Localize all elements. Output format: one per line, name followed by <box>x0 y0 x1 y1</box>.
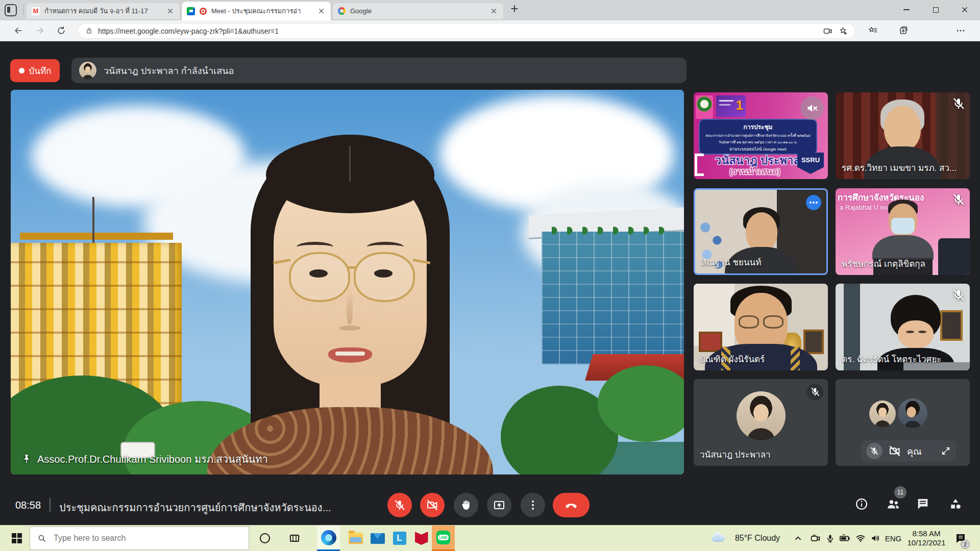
windows-taskbar: L LINE 85°F Cloudy ENG 8:58 AM 10/12/202… <box>0 525 980 551</box>
tile-participant-active[interactable]: สัณฐาน ชยนนท์ <box>694 188 828 275</box>
slide-banner-number: 1 <box>736 97 743 113</box>
campus-glass-building <box>542 232 684 364</box>
face-mask <box>891 218 915 234</box>
search-input[interactable] <box>53 533 228 543</box>
tray-wifi-icon[interactable] <box>853 525 868 551</box>
tab-close-icon[interactable] <box>165 7 175 16</box>
taskbar-explorer-button[interactable] <box>344 525 367 551</box>
notification-count-badge: 2 <box>961 540 970 549</box>
activities-button[interactable] <box>948 497 963 511</box>
more-options-button[interactable] <box>521 493 545 517</box>
url-text[interactable]: https://meet.google.com/eyw-pacg-zrk?pli… <box>98 27 818 35</box>
participant-avatar <box>737 391 786 440</box>
pin-icon <box>21 454 32 465</box>
tab-google[interactable]: Google <box>333 3 503 19</box>
tray-language[interactable]: ENG <box>884 525 903 551</box>
presenting-banner: วนัสนาฎ ประพาลา กำลังนำเสนอ <box>71 58 687 83</box>
start-button[interactable] <box>6 525 28 551</box>
participant-name: รศ.ดร.วิทยา เมฆขา มรภ. สว... <box>842 161 957 174</box>
meeting-info-button[interactable] <box>854 497 869 511</box>
tab-title: กำหนดการ คณบดี วัน จ-อา ที่ 11-17 <box>44 6 161 16</box>
tab-camera-icon[interactable] <box>823 26 833 36</box>
taskbar-mcafee-button[interactable] <box>410 525 433 551</box>
participant-name: บัณฑิต ผังนิรันดร์ <box>700 352 765 366</box>
back-button[interactable] <box>13 26 23 36</box>
forward-button[interactable] <box>35 26 45 36</box>
mic-muted-icon <box>952 288 965 302</box>
tile-participant[interactable]: การศึกษาจังหวัดระนอง a Rajabhat U nong G… <box>836 188 970 275</box>
taskbar-edge-button[interactable] <box>317 525 340 551</box>
tile-self[interactable]: คุณ <box>836 379 970 466</box>
tile-options-button[interactable] <box>806 195 821 210</box>
pinned-name-text: Assoc.Prof.Dr.Chutikarn Sriviboon มรภ.สว… <box>37 451 268 467</box>
new-tab-button[interactable] <box>510 5 519 13</box>
tab-close-icon[interactable] <box>489 7 498 16</box>
expand-icon[interactable] <box>941 446 951 456</box>
meeting-title: ประชุมคณะกรรมการอำนวยการศูนย์การศึกษาจัง… <box>59 499 331 516</box>
self-avatar-2 <box>898 398 927 428</box>
tile-participant[interactable]: บัณฑิต ผังนิรันดร์ <box>694 284 828 370</box>
taskbar-search-box[interactable] <box>30 527 249 550</box>
file-explorer-icon <box>349 533 363 544</box>
add-favorite-icon[interactable] <box>838 26 848 36</box>
taskbar-line-button[interactable]: LINE <box>432 525 455 551</box>
camera-toggle-button[interactable] <box>420 493 445 517</box>
tray-camera-icon[interactable] <box>807 525 823 551</box>
action-center-button[interactable]: 2 <box>950 525 971 551</box>
browser-menu-button[interactable] <box>955 26 966 36</box>
tab-actions-menu-icon[interactable] <box>5 4 17 16</box>
google-favicon <box>338 7 346 15</box>
tile-participant[interactable]: ดร. ฉัตรรัตน์ โหตระไวศยะ <box>836 284 970 370</box>
self-controls: คุณ <box>861 440 956 462</box>
tray-clock[interactable]: 8:58 AM 10/12/2021 <box>904 525 948 551</box>
line-icon: LINE <box>436 531 450 544</box>
end-call-button[interactable] <box>553 493 590 517</box>
address-bar[interactable]: https://meet.google.com/eyw-pacg-zrk?pli… <box>78 23 855 39</box>
cortana-button[interactable] <box>254 525 276 551</box>
favorites-button[interactable] <box>868 26 878 36</box>
slide-line2: คณะกรรมการอำนวยการศูนย์การศึกษาจังหวัดระ… <box>700 133 816 138</box>
main-video-tile[interactable]: Assoc.Prof.Dr.Chutikarn Sriviboon มรภ.สว… <box>11 90 684 474</box>
raise-hand-button[interactable] <box>454 493 478 517</box>
tile-participant[interactable]: วนัสนาฎ ประพาลา <box>694 379 828 466</box>
present-button[interactable] <box>487 493 511 517</box>
tab-close-icon[interactable] <box>316 7 326 16</box>
tile-participant[interactable]: รศ.ดร.วิทยา เมฆขา มรภ. สว... <box>836 92 970 179</box>
mic-muted-icon <box>952 193 965 206</box>
tray-chevron-icon[interactable] <box>790 525 805 551</box>
screen: M กำหนดการ คณบดี วัน จ-อา ที่ 11-17 Meet… <box>0 0 980 551</box>
participants-button[interactable] <box>886 497 900 511</box>
collections-button[interactable] <box>898 26 909 36</box>
weather-text[interactable]: 85°F Cloudy <box>729 525 786 551</box>
taskbar-mail-button[interactable] <box>366 525 389 551</box>
recording-chip: บันทึก <box>10 59 60 82</box>
weather-icon <box>709 525 727 551</box>
presenter-eye <box>374 269 393 278</box>
mic-toggle-button[interactable] <box>387 493 412 517</box>
window-minimize-button[interactable] <box>895 2 918 17</box>
tray-battery-icon[interactable] <box>837 525 852 551</box>
self-camera-off-button[interactable] <box>889 445 901 457</box>
self-avatar <box>869 400 896 427</box>
presenter-eye <box>309 269 328 278</box>
window-close-button[interactable] <box>953 2 976 17</box>
tile-presentation[interactable]: 1 การประชุม คณะกรรมการอำนวยการศูนย์การศึ… <box>694 92 828 179</box>
glasses <box>739 315 759 329</box>
separator <box>50 498 51 512</box>
chat-button[interactable] <box>916 497 930 511</box>
meet-favicon <box>187 7 195 15</box>
window-maximize-button[interactable] <box>924 2 947 17</box>
meet-bottom-bar: 08:58 ประชุมคณะกรรมการอำนวยการศูนย์การศึ… <box>0 484 980 525</box>
tray-volume-icon[interactable] <box>868 525 883 551</box>
tab-gmail[interactable]: M กำหนดการ คณบดี วัน จ-อา ที่ 11-17 <box>27 3 180 19</box>
tray-mic-icon[interactable] <box>823 525 837 551</box>
task-view-button[interactable] <box>284 525 305 551</box>
participant-name: วนัสนาฎ ประพาลา <box>700 447 771 461</box>
l-app-icon: L <box>393 532 406 545</box>
self-mic-muted-button[interactable] <box>866 443 883 459</box>
meet-page: บันทึก วนัสนาฎ ประพาลา กำลังนำเสนอ <box>0 41 980 525</box>
taskbar-l-app-button[interactable]: L <box>388 525 411 551</box>
tab-meet-active[interactable]: Meet - ประชุมคณะกรรมการอ่า <box>182 2 331 20</box>
windows-logo-icon <box>12 533 22 543</box>
reload-button[interactable] <box>56 26 66 36</box>
